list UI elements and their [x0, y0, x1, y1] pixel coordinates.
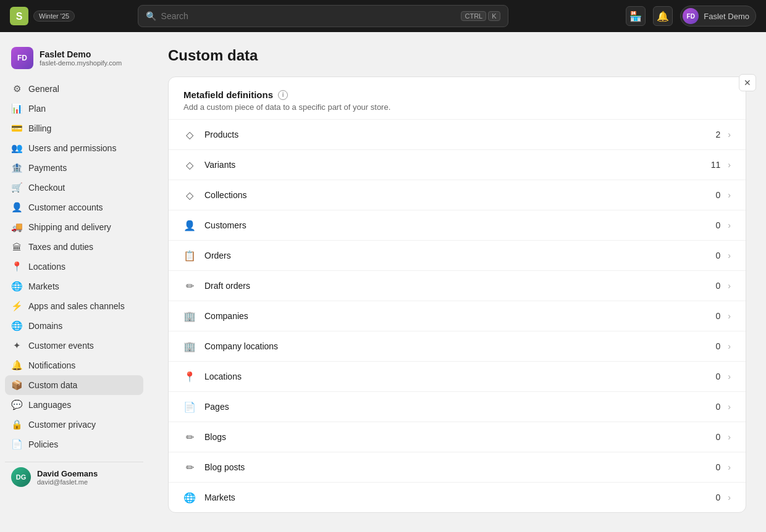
nav-icon-customer-accounts: 👤: [11, 202, 22, 213]
logo-area: S Winter '25: [10, 7, 75, 25]
sidebar-item-taxes-duties[interactable]: 🏛 Taxes and duties: [5, 237, 143, 257]
row-chevron-orders: ›: [728, 251, 731, 260]
nav-label-taxes-duties: Taxes and duties: [28, 242, 93, 252]
row-chevron-pages: ›: [728, 402, 731, 412]
nav-icon-general: ⚙: [11, 83, 22, 94]
sidebar-item-markets[interactable]: 🌐 Markets: [5, 276, 143, 296]
metafield-row-locations[interactable]: 📍 Locations 0 ›: [169, 361, 746, 391]
row-count-blog-posts: 0: [716, 462, 721, 472]
metafield-row-orders[interactable]: 📋 Orders 0 ›: [169, 240, 746, 270]
nav-label-languages: Languages: [28, 400, 71, 410]
nav-label-policies: Policies: [28, 439, 58, 449]
metafield-row-draft-orders[interactable]: ✏ Draft orders 0 ›: [169, 270, 746, 301]
sidebar-item-policies[interactable]: 📄 Policies: [5, 434, 143, 454]
user-avatar: FD: [683, 8, 699, 24]
card-header: Metafield definitions i Add a custom pie…: [169, 77, 746, 119]
metafield-row-customers[interactable]: 👤 Customers 0 ›: [169, 210, 746, 240]
row-icon-products: ◇: [183, 128, 196, 141]
sidebar-item-languages[interactable]: 💬 Languages: [5, 395, 143, 415]
metafield-row-products[interactable]: ◇ Products 2 ›: [169, 119, 746, 149]
sidebar-item-users-permissions[interactable]: 👥 Users and permissions: [5, 138, 143, 158]
metafield-row-blog-posts[interactable]: ✏ Blog posts 0 ›: [169, 452, 746, 482]
nav-label-customer-accounts: Customer accounts: [28, 202, 103, 212]
row-count-locations: 0: [716, 372, 721, 381]
row-label-pages: Pages: [204, 402, 716, 412]
nav-label-domains: Domains: [28, 321, 62, 331]
sidebar-item-plan[interactable]: 📊 Plan: [5, 99, 143, 118]
row-count-variants: 11: [711, 160, 721, 170]
metafield-row-companies[interactable]: 🏢 Companies 0 ›: [169, 301, 746, 331]
metafield-rows: ◇ Products 2 › ◇ Variants 11 › ◇ Collect…: [169, 119, 746, 512]
row-label-locations: Locations: [204, 372, 716, 381]
row-icon-collections: ◇: [183, 189, 196, 201]
main-layout: FD Faslet Demo faslet-demo.myshopify.com…: [0, 32, 766, 532]
sidebar-item-billing[interactable]: 💳 Billing: [5, 118, 143, 138]
row-count-blogs: 0: [716, 432, 721, 442]
sidebar-item-checkout[interactable]: 🛒 Checkout: [5, 178, 143, 197]
sidebar-item-customer-accounts[interactable]: 👤 Customer accounts: [5, 197, 143, 217]
metafield-row-pages[interactable]: 📄 Pages 0 ›: [169, 391, 746, 422]
sidebar: FD Faslet Demo faslet-demo.myshopify.com…: [0, 32, 148, 532]
row-label-blogs: Blogs: [204, 432, 716, 442]
row-count-company-locations: 0: [716, 341, 721, 351]
nav-label-payments: Payments: [28, 163, 67, 173]
nav-label-general: General: [28, 84, 59, 94]
content-wrapper: ✕ Custom data Metafield definitions i Ad…: [148, 32, 766, 532]
metafield-row-variants[interactable]: ◇ Variants 11 ›: [169, 149, 746, 180]
nav-icon-locations: 📍: [11, 261, 22, 272]
search-input[interactable]: [161, 11, 457, 21]
metafield-row-collections[interactable]: ◇ Collections 0 ›: [169, 180, 746, 210]
row-chevron-blog-posts: ›: [728, 462, 731, 472]
close-area: ✕: [739, 74, 756, 91]
sidebar-footer: DG David Goemans david@faslet.me: [5, 462, 143, 492]
row-count-customers: 0: [716, 220, 721, 230]
row-label-products: Products: [204, 130, 716, 139]
nav-icon-users-permissions: 👥: [11, 143, 22, 154]
row-icon-blog-posts: ✏: [183, 461, 196, 473]
metafield-card: Metafield definitions i Add a custom pie…: [168, 77, 746, 513]
nav-label-customer-privacy: Customer privacy: [28, 420, 96, 430]
close-button[interactable]: ✕: [739, 74, 756, 91]
sidebar-item-customer-events[interactable]: ✦ Customer events: [5, 336, 143, 355]
footer-email: david@faslet.me: [37, 478, 98, 486]
svg-text:S: S: [16, 11, 23, 22]
nav-icon-domains: 🌐: [11, 320, 22, 331]
nav-label-users-permissions: Users and permissions: [28, 143, 116, 153]
user-menu[interactable]: FD Faslet Demo: [680, 6, 756, 27]
row-count-collections: 0: [716, 190, 721, 200]
card-subtitle: Add a custom piece of data to a specific…: [183, 102, 731, 112]
nav-label-markets: Markets: [28, 281, 59, 291]
sidebar-item-shipping-delivery[interactable]: 🚚 Shipping and delivery: [5, 217, 143, 237]
row-chevron-markets: ›: [728, 493, 731, 502]
metafield-row-markets[interactable]: 🌐 Markets 0 ›: [169, 482, 746, 512]
ctrl-key: CTRL: [461, 11, 486, 21]
sidebar-item-domains[interactable]: 🌐 Domains: [5, 316, 143, 336]
row-count-orders: 0: [716, 251, 721, 260]
sidebar-item-apps-sales-channels[interactable]: ⚡ Apps and sales channels: [5, 296, 143, 316]
metafield-row-company-locations[interactable]: 🏢 Company locations 0 ›: [169, 331, 746, 361]
sidebar-item-notifications[interactable]: 🔔 Notifications: [5, 355, 143, 375]
row-chevron-customers: ›: [728, 220, 731, 230]
nav-label-notifications: Notifications: [28, 360, 75, 370]
sidebar-item-payments[interactable]: 🏦 Payments: [5, 158, 143, 178]
metafield-row-blogs[interactable]: ✏ Blogs 0 ›: [169, 422, 746, 452]
row-icon-locations: 📍: [183, 370, 196, 383]
sidebar-item-custom-data[interactable]: 📦 Custom data: [5, 375, 143, 395]
nav-icon-taxes-duties: 🏛: [11, 241, 22, 252]
store-icon-button[interactable]: 🏪: [626, 6, 646, 26]
row-icon-markets: 🌐: [183, 491, 196, 504]
nav-icon-languages: 💬: [11, 399, 22, 410]
notifications-button[interactable]: 🔔: [653, 6, 673, 26]
page-title: Custom data: [168, 47, 746, 64]
nav-label-apps-sales-channels: Apps and sales channels: [28, 301, 125, 311]
row-chevron-draft-orders: ›: [728, 281, 731, 291]
row-label-variants: Variants: [204, 160, 711, 170]
row-chevron-blogs: ›: [728, 432, 731, 442]
sidebar-item-customer-privacy[interactable]: 🔒 Customer privacy: [5, 415, 143, 434]
nav-icon-markets: 🌐: [11, 281, 22, 292]
sidebar-item-locations[interactable]: 📍 Locations: [5, 257, 143, 276]
sidebar-item-general[interactable]: ⚙ General: [5, 79, 143, 99]
info-icon[interactable]: i: [278, 90, 288, 100]
search-icon: 🔍: [146, 11, 156, 21]
search-bar[interactable]: 🔍 CTRL K: [138, 5, 508, 27]
